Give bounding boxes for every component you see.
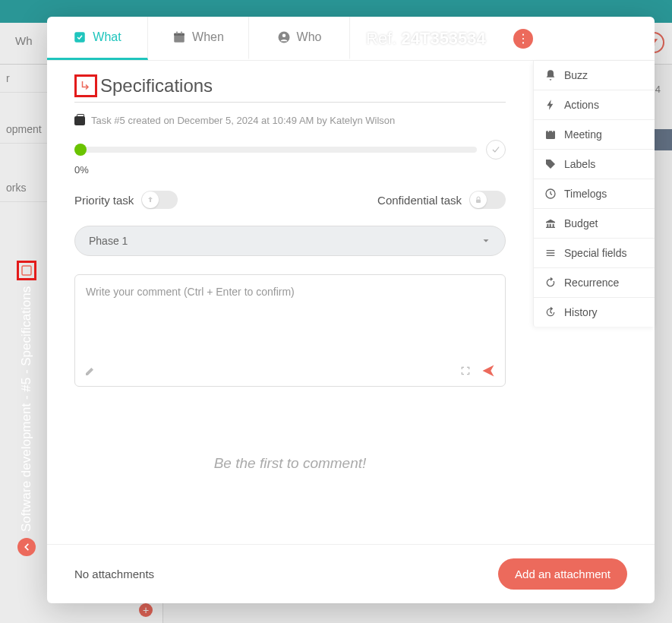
subtask-arrow-icon — [79, 79, 93, 93]
back-button[interactable] — [17, 538, 36, 556]
bell-icon — [544, 69, 557, 81]
vertical-breadcrumb: Software development - #5 - Specificatio… — [17, 261, 36, 556]
expand-button[interactable] — [459, 365, 472, 380]
person-icon — [277, 30, 291, 44]
task-modal: Ref. 24T353534 ⋯ What When Who Specifica… — [47, 17, 655, 603]
comment-box — [74, 274, 506, 387]
calendar-icon — [172, 30, 186, 44]
priority-toggle[interactable] — [141, 191, 178, 209]
progress-track[interactable] — [74, 147, 477, 153]
svg-rect-0 — [22, 266, 31, 275]
svg-rect-4 — [176, 32, 178, 35]
bolt-icon — [544, 99, 557, 111]
arrow-up-icon — [146, 195, 155, 204]
briefcase-icon — [74, 116, 85, 125]
complete-check-button[interactable] — [486, 140, 506, 160]
progress-value: 0% — [74, 164, 506, 176]
phase-value: Phase 1 — [89, 235, 128, 247]
progress-slider[interactable] — [74, 140, 506, 160]
send-icon — [481, 363, 496, 378]
svg-point-7 — [282, 34, 286, 38]
priority-toggle-group: Priority task — [74, 191, 178, 209]
task-title[interactable]: Specifications — [100, 75, 213, 96]
side-item-buzz[interactable]: Buzz — [534, 61, 655, 90]
send-button[interactable] — [481, 363, 496, 381]
svg-rect-9 — [546, 131, 555, 139]
task-main-panel: Specifications Task #5 created on Decemb… — [47, 61, 533, 544]
side-item-timelogs[interactable]: Timelogs — [534, 179, 655, 209]
side-item-recurrence[interactable]: Recurrence — [534, 268, 655, 298]
side-menu: Buzz Actions Meeting Labels Timelogs Bud… — [533, 61, 655, 327]
pencil-icon — [84, 365, 96, 377]
comment-input[interactable] — [75, 275, 505, 359]
expand-icon — [459, 365, 472, 377]
svg-rect-8 — [476, 200, 481, 204]
confidential-toggle[interactable] — [469, 191, 506, 209]
progress-thumb[interactable] — [74, 144, 87, 156]
modal-tabs: What When Who — [47, 17, 655, 61]
svg-rect-10 — [548, 129, 549, 131]
side-item-history[interactable]: History — [534, 298, 655, 327]
lock-icon — [474, 195, 483, 204]
bank-icon — [544, 217, 557, 229]
list-icon — [544, 247, 557, 259]
svg-rect-1 — [75, 32, 86, 43]
side-item-actions[interactable]: Actions — [534, 90, 655, 120]
refresh-icon — [544, 277, 557, 289]
highlight-subtask-icon[interactable] — [74, 74, 97, 97]
checkbox-icon — [73, 30, 87, 44]
svg-rect-11 — [552, 129, 553, 131]
side-item-budget[interactable]: Budget — [534, 209, 655, 239]
clock-icon — [544, 188, 557, 200]
tag-icon — [544, 158, 557, 170]
more-options-button[interactable]: ⋯ — [513, 29, 533, 49]
chevron-down-icon — [481, 236, 491, 246]
confidential-toggle-group: Confidential task — [377, 191, 506, 209]
history-icon — [544, 306, 557, 318]
svg-rect-3 — [174, 33, 185, 36]
side-item-labels[interactable]: Labels — [534, 150, 655, 179]
tab-who[interactable]: Who — [249, 17, 350, 60]
priority-label: Priority task — [74, 194, 134, 207]
confidential-label: Confidential task — [377, 194, 462, 207]
check-icon — [491, 144, 501, 155]
side-item-meeting[interactable]: Meeting — [534, 120, 655, 150]
no-attachments-text: No attachments — [74, 568, 154, 580]
tab-what[interactable]: What — [47, 17, 148, 60]
task-created-line: Task #5 created on December 5, 2024 at 1… — [74, 115, 506, 126]
tab-when[interactable]: When — [148, 17, 249, 60]
modal-footer: No attachments Add an attachment — [47, 544, 655, 603]
side-item-special-fields[interactable]: Special fields — [534, 239, 655, 268]
task-reference: Ref. 24T353534 — [366, 29, 486, 49]
add-attachment-button[interactable]: Add an attachment — [498, 558, 627, 590]
highlight-marker — [17, 261, 36, 280]
edit-button[interactable] — [84, 365, 96, 380]
calendar-icon — [544, 128, 557, 141]
breadcrumb-text: Software development - #5 - Specificatio… — [19, 286, 34, 532]
phase-select[interactable]: Phase 1 — [74, 226, 506, 256]
svg-rect-5 — [181, 32, 182, 35]
empty-comments-text: Be the first to comment! — [74, 455, 506, 472]
